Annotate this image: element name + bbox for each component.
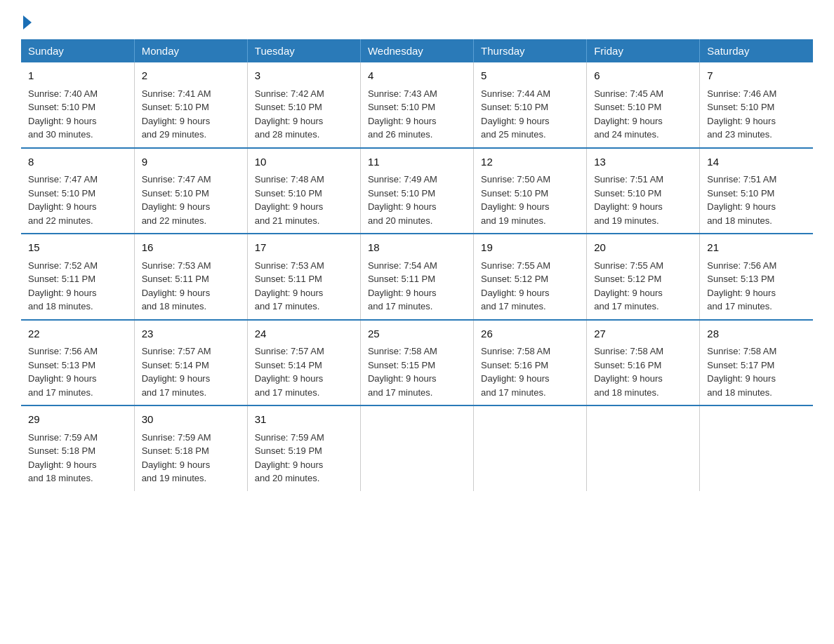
calendar-cell: 7 Sunrise: 7:46 AMSunset: 5:10 PMDayligh…: [700, 62, 813, 148]
day-number: 20: [594, 240, 692, 256]
calendar-header: SundayMondayTuesdayWednesdayThursdayFrid…: [21, 39, 813, 62]
calendar-cell: 18 Sunrise: 7:54 AMSunset: 5:11 PMDaylig…: [360, 234, 473, 320]
day-info: Sunrise: 7:53 AMSunset: 5:11 PMDaylight:…: [255, 259, 353, 314]
calendar-cell: 25 Sunrise: 7:58 AMSunset: 5:15 PMDaylig…: [360, 320, 473, 406]
day-info: Sunrise: 7:57 AMSunset: 5:14 PMDaylight:…: [142, 344, 240, 399]
calendar-cell: 10 Sunrise: 7:48 AMSunset: 5:10 PMDaylig…: [247, 148, 360, 234]
day-info: Sunrise: 7:58 AMSunset: 5:16 PMDaylight:…: [481, 344, 579, 399]
day-number: 11: [368, 154, 466, 170]
calendar-cell: 12 Sunrise: 7:50 AMSunset: 5:10 PMDaylig…: [474, 148, 587, 234]
calendar-cell: 16 Sunrise: 7:53 AMSunset: 5:11 PMDaylig…: [134, 234, 247, 320]
day-number: 31: [255, 412, 353, 428]
day-info: Sunrise: 7:58 AMSunset: 5:16 PMDaylight:…: [594, 344, 692, 399]
day-info: Sunrise: 7:50 AMSunset: 5:10 PMDaylight:…: [481, 173, 579, 227]
day-number: 25: [368, 326, 466, 342]
day-number: 4: [368, 68, 466, 84]
day-number: 17: [255, 240, 353, 256]
day-number: 26: [481, 326, 579, 342]
day-number: 13: [594, 154, 692, 170]
day-info: Sunrise: 7:59 AMSunset: 5:19 PMDaylight:…: [255, 431, 353, 485]
day-info: Sunrise: 7:56 AMSunset: 5:13 PMDaylight:…: [707, 259, 806, 314]
calendar-cell: 28 Sunrise: 7:58 AMSunset: 5:17 PMDaylig…: [700, 320, 813, 406]
weekday-header-saturday: Saturday: [700, 39, 813, 62]
day-info: Sunrise: 7:47 AMSunset: 5:10 PMDaylight:…: [142, 173, 240, 227]
calendar-cell: 27 Sunrise: 7:58 AMSunset: 5:16 PMDaylig…: [587, 320, 700, 406]
day-info: Sunrise: 7:51 AMSunset: 5:10 PMDaylight:…: [707, 173, 806, 227]
calendar-week-row: 15 Sunrise: 7:52 AMSunset: 5:11 PMDaylig…: [21, 234, 813, 320]
calendar-week-row: 1 Sunrise: 7:40 AMSunset: 5:10 PMDayligh…: [21, 62, 813, 148]
calendar-week-row: 22 Sunrise: 7:56 AMSunset: 5:13 PMDaylig…: [21, 320, 813, 406]
calendar-cell: 4 Sunrise: 7:43 AMSunset: 5:10 PMDayligh…: [360, 62, 473, 148]
calendar-week-row: 8 Sunrise: 7:47 AMSunset: 5:10 PMDayligh…: [21, 148, 813, 234]
day-number: 18: [368, 240, 466, 256]
day-info: Sunrise: 7:57 AMSunset: 5:14 PMDaylight:…: [255, 344, 353, 399]
calendar-cell: 13 Sunrise: 7:51 AMSunset: 5:10 PMDaylig…: [587, 148, 700, 234]
calendar-cell: 8 Sunrise: 7:47 AMSunset: 5:10 PMDayligh…: [21, 148, 134, 234]
day-info: Sunrise: 7:54 AMSunset: 5:11 PMDaylight:…: [368, 259, 466, 314]
day-number: 23: [142, 326, 240, 342]
day-info: Sunrise: 7:43 AMSunset: 5:10 PMDaylight:…: [368, 87, 466, 142]
calendar-cell: 2 Sunrise: 7:41 AMSunset: 5:10 PMDayligh…: [134, 62, 247, 148]
day-info: Sunrise: 7:55 AMSunset: 5:12 PMDaylight:…: [481, 259, 579, 314]
calendar-cell: 21 Sunrise: 7:56 AMSunset: 5:13 PMDaylig…: [700, 234, 813, 320]
calendar-week-row: 29 Sunrise: 7:59 AMSunset: 5:18 PMDaylig…: [21, 405, 813, 491]
day-info: Sunrise: 7:44 AMSunset: 5:10 PMDaylight:…: [481, 87, 579, 142]
calendar-cell: 11 Sunrise: 7:49 AMSunset: 5:10 PMDaylig…: [360, 148, 473, 234]
calendar-cell: 15 Sunrise: 7:52 AMSunset: 5:11 PMDaylig…: [21, 234, 134, 320]
day-info: Sunrise: 7:58 AMSunset: 5:17 PMDaylight:…: [707, 344, 806, 399]
day-number: 21: [707, 240, 806, 256]
day-info: Sunrise: 7:55 AMSunset: 5:12 PMDaylight:…: [594, 259, 692, 314]
day-number: 24: [255, 326, 353, 342]
day-info: Sunrise: 7:46 AMSunset: 5:10 PMDaylight:…: [707, 87, 806, 142]
day-number: 2: [142, 68, 240, 84]
day-number: 30: [142, 412, 240, 428]
day-info: Sunrise: 7:52 AMSunset: 5:11 PMDaylight:…: [28, 259, 127, 314]
day-info: Sunrise: 7:48 AMSunset: 5:10 PMDaylight:…: [255, 173, 353, 227]
day-info: Sunrise: 7:53 AMSunset: 5:11 PMDaylight:…: [142, 259, 240, 314]
day-number: 27: [594, 326, 692, 342]
day-number: 7: [707, 68, 806, 84]
day-info: Sunrise: 7:49 AMSunset: 5:10 PMDaylight:…: [368, 173, 466, 227]
calendar-cell: 9 Sunrise: 7:47 AMSunset: 5:10 PMDayligh…: [134, 148, 247, 234]
calendar-cell: 26 Sunrise: 7:58 AMSunset: 5:16 PMDaylig…: [474, 320, 587, 406]
calendar-cell: 5 Sunrise: 7:44 AMSunset: 5:10 PMDayligh…: [474, 62, 587, 148]
weekday-header-tuesday: Tuesday: [247, 39, 360, 62]
day-number: 28: [707, 326, 806, 342]
day-number: 6: [594, 68, 692, 84]
day-info: Sunrise: 7:58 AMSunset: 5:15 PMDaylight:…: [368, 344, 466, 399]
logo-arrow-icon: [23, 15, 32, 29]
page-header: [21, 14, 813, 27]
day-info: Sunrise: 7:41 AMSunset: 5:10 PMDaylight:…: [142, 87, 240, 142]
day-number: 19: [481, 240, 579, 256]
day-info: Sunrise: 7:56 AMSunset: 5:13 PMDaylight:…: [28, 344, 127, 399]
calendar-cell: 17 Sunrise: 7:53 AMSunset: 5:11 PMDaylig…: [247, 234, 360, 320]
logo: [21, 14, 32, 27]
weekday-header-thursday: Thursday: [474, 39, 587, 62]
calendar-cell: 19 Sunrise: 7:55 AMSunset: 5:12 PMDaylig…: [474, 234, 587, 320]
day-number: 15: [28, 240, 127, 256]
day-info: Sunrise: 7:42 AMSunset: 5:10 PMDaylight:…: [255, 87, 353, 142]
day-number: 5: [481, 68, 579, 84]
calendar-cell: 6 Sunrise: 7:45 AMSunset: 5:10 PMDayligh…: [587, 62, 700, 148]
day-number: 22: [28, 326, 127, 342]
calendar-table: SundayMondayTuesdayWednesdayThursdayFrid…: [21, 39, 813, 491]
weekday-header-row: SundayMondayTuesdayWednesdayThursdayFrid…: [21, 39, 813, 62]
calendar-cell: [700, 405, 813, 491]
day-number: 16: [142, 240, 240, 256]
day-info: Sunrise: 7:40 AMSunset: 5:10 PMDaylight:…: [28, 87, 127, 142]
day-number: 1: [28, 68, 127, 84]
weekday-header-wednesday: Wednesday: [360, 39, 473, 62]
day-number: 14: [707, 154, 806, 170]
calendar-cell: 1 Sunrise: 7:40 AMSunset: 5:10 PMDayligh…: [21, 62, 134, 148]
day-info: Sunrise: 7:45 AMSunset: 5:10 PMDaylight:…: [594, 87, 692, 142]
weekday-header-monday: Monday: [134, 39, 247, 62]
calendar-cell: 20 Sunrise: 7:55 AMSunset: 5:12 PMDaylig…: [587, 234, 700, 320]
calendar-cell: 3 Sunrise: 7:42 AMSunset: 5:10 PMDayligh…: [247, 62, 360, 148]
day-number: 10: [255, 154, 353, 170]
weekday-header-sunday: Sunday: [21, 39, 134, 62]
calendar-cell: 14 Sunrise: 7:51 AMSunset: 5:10 PMDaylig…: [700, 148, 813, 234]
calendar-cell: 22 Sunrise: 7:56 AMSunset: 5:13 PMDaylig…: [21, 320, 134, 406]
calendar-cell: 29 Sunrise: 7:59 AMSunset: 5:18 PMDaylig…: [21, 405, 134, 491]
day-number: 3: [255, 68, 353, 84]
day-info: Sunrise: 7:59 AMSunset: 5:18 PMDaylight:…: [142, 431, 240, 485]
